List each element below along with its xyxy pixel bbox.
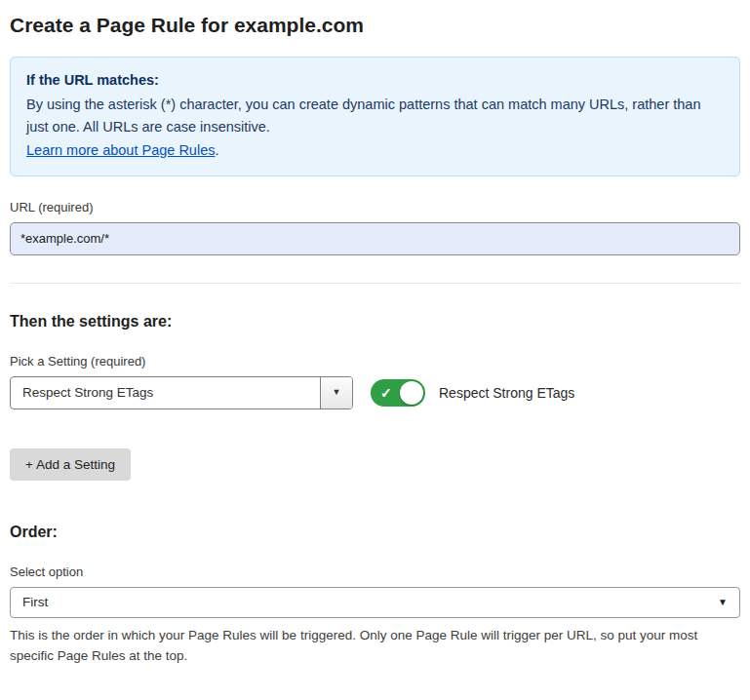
order-select-label: Select option — [10, 564, 740, 579]
page-title: Create a Page Rule for example.com — [10, 14, 740, 37]
url-match-info-box: If the URL matches: By using the asteris… — [10, 57, 740, 176]
order-heading: Order: — [10, 524, 740, 541]
check-icon: ✓ — [380, 386, 392, 400]
section-divider — [10, 283, 740, 284]
chevron-down-icon: ▼ — [718, 598, 728, 607]
url-label: URL (required) — [10, 200, 740, 214]
chevron-down-icon: ▼ — [333, 388, 341, 397]
settings-heading: Then the settings are: — [10, 313, 740, 331]
info-link-row: Learn more about Page Rules. — [26, 139, 724, 162]
url-field: URL (required) — [10, 200, 740, 255]
toggle-knob — [400, 381, 423, 405]
setting-select-caret-button[interactable]: ▼ — [320, 377, 352, 408]
pick-setting-label: Pick a Setting (required) — [10, 354, 740, 369]
info-link-suffix: . — [215, 142, 218, 158]
order-help-text: This is the order in which your Page Rul… — [10, 626, 740, 667]
info-box-body: By using the asterisk (*) character, you… — [26, 94, 724, 138]
toggle-label: Respect Strong ETags — [439, 385, 574, 401]
etags-toggle[interactable]: ✓ — [371, 379, 425, 407]
create-page-rule-form: Create a Page Rule for example.com If th… — [0, 0, 750, 700]
learn-more-link[interactable]: Learn more about Page Rules — [26, 142, 215, 158]
add-setting-button[interactable]: + Add a Setting — [10, 448, 131, 481]
url-input[interactable] — [10, 222, 740, 255]
order-select[interactable]: First ▼ — [10, 587, 740, 618]
setting-select-value: Respect Strong ETags — [11, 377, 320, 408]
info-box-heading: If the URL matches: — [26, 69, 724, 92]
setting-row: Respect Strong ETags ▼ ✓ Respect Strong … — [10, 376, 740, 409]
setting-select[interactable]: Respect Strong ETags ▼ — [10, 376, 353, 409]
order-select-value: First — [22, 595, 48, 609]
